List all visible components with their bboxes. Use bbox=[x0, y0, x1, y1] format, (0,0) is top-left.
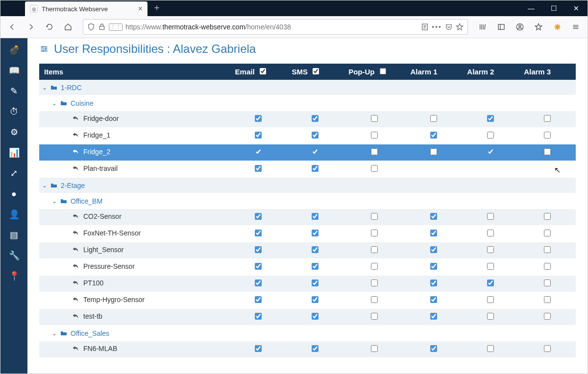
url-bar[interactable]: ⋮⋮ https://www.thermotrack-webserve.com/… bbox=[83, 19, 468, 35]
a2-checkbox[interactable] bbox=[487, 280, 494, 286]
a2-checkbox[interactable] bbox=[487, 263, 494, 270]
table-row[interactable]: Plan-travail bbox=[39, 161, 576, 178]
a2-checkbox[interactable] bbox=[487, 230, 494, 236]
a3-checkbox[interactable] bbox=[544, 280, 551, 286]
sms-checkbox[interactable] bbox=[312, 148, 318, 155]
new-tab-button[interactable]: ＋ bbox=[147, 0, 166, 16]
email-checkbox[interactable] bbox=[255, 148, 262, 155]
a2-checkbox[interactable] bbox=[487, 296, 494, 303]
tree-toggle[interactable]: ⌄Office_BM bbox=[52, 197, 102, 205]
bomb-icon[interactable]: 💣 bbox=[4, 42, 24, 58]
a3-checkbox[interactable] bbox=[544, 246, 551, 253]
back-button[interactable] bbox=[4, 19, 20, 35]
a3-checkbox[interactable] bbox=[544, 230, 551, 236]
email-checkbox[interactable] bbox=[255, 313, 262, 320]
tree-folder-row[interactable]: ⌄1-RDC bbox=[39, 80, 576, 95]
a1-checkbox[interactable] bbox=[430, 263, 437, 270]
sms-checkbox[interactable] bbox=[312, 115, 318, 122]
header-sms[interactable]: SMS bbox=[287, 64, 343, 80]
extension-icon[interactable]: ❋ bbox=[549, 19, 565, 35]
reader-mode-icon[interactable] bbox=[421, 23, 429, 31]
table-row[interactable]: Fridge-door bbox=[39, 111, 576, 128]
a1-checkbox[interactable] bbox=[430, 313, 437, 320]
sms-checkbox[interactable] bbox=[312, 263, 318, 270]
edit-icon[interactable]: ✎ bbox=[4, 83, 24, 99]
library-button[interactable] bbox=[475, 19, 490, 35]
lock-icon[interactable] bbox=[98, 23, 106, 31]
header-email[interactable]: Email bbox=[230, 64, 287, 80]
sms-checkbox[interactable] bbox=[312, 296, 318, 303]
a1-checkbox[interactable] bbox=[430, 345, 437, 352]
a3-checkbox[interactable] bbox=[544, 296, 551, 303]
email-checkbox[interactable] bbox=[255, 280, 262, 286]
a2-checkbox[interactable] bbox=[487, 213, 494, 220]
a1-checkbox[interactable] bbox=[430, 246, 437, 253]
bookmark-star-icon[interactable] bbox=[456, 23, 464, 31]
a2-checkbox[interactable] bbox=[487, 115, 494, 122]
header-sms-checkbox[interactable] bbox=[313, 68, 319, 74]
a3-checkbox[interactable] bbox=[544, 345, 551, 352]
a2-checkbox[interactable] bbox=[487, 313, 494, 320]
newspaper-icon[interactable]: ▤ bbox=[4, 227, 24, 243]
a3-checkbox[interactable] bbox=[544, 132, 551, 139]
sms-checkbox[interactable] bbox=[312, 165, 318, 172]
sidebar-button[interactable] bbox=[493, 19, 509, 35]
table-row[interactable]: Fridge_2 bbox=[39, 144, 576, 161]
forward-button[interactable] bbox=[23, 19, 39, 35]
header-email-checkbox[interactable] bbox=[260, 68, 266, 74]
header-popup-checkbox[interactable] bbox=[380, 68, 386, 74]
email-checkbox[interactable] bbox=[255, 132, 262, 139]
table-row[interactable]: PT100 bbox=[39, 276, 576, 292]
home-button[interactable] bbox=[60, 19, 76, 35]
gears-icon[interactable]: ⚙ bbox=[4, 124, 24, 140]
table-row[interactable]: Fridge_1 bbox=[39, 128, 576, 144]
tree-folder-row[interactable]: ⌄Office_BM bbox=[39, 193, 576, 209]
a1-checkbox[interactable] bbox=[430, 230, 437, 236]
a1-checkbox[interactable] bbox=[430, 280, 437, 286]
sms-checkbox[interactable] bbox=[312, 280, 318, 286]
table-row[interactable]: Pressure-Sensor bbox=[39, 259, 576, 276]
a3-checkbox[interactable] bbox=[544, 115, 551, 122]
tree-folder-row[interactable]: ⌄Office_Sales bbox=[39, 326, 576, 341]
table-row[interactable]: Light_Sensor bbox=[39, 242, 576, 259]
app-menu-button[interactable] bbox=[568, 19, 584, 35]
a2-checkbox[interactable] bbox=[487, 246, 494, 253]
tree-toggle[interactable]: ⌄Office_Sales bbox=[52, 329, 109, 337]
a1-checkbox[interactable] bbox=[430, 115, 437, 122]
popup-checkbox[interactable] bbox=[371, 345, 378, 352]
tree-toggle[interactable]: ⌄1-RDC bbox=[42, 84, 82, 92]
email-checkbox[interactable] bbox=[255, 115, 262, 122]
pocket-icon[interactable] bbox=[445, 23, 453, 31]
table-row[interactable]: FoxNet-TH-Sensor bbox=[39, 226, 576, 242]
popup-checkbox[interactable] bbox=[371, 213, 378, 220]
a1-checkbox[interactable] bbox=[430, 296, 437, 303]
popup-checkbox[interactable] bbox=[371, 230, 378, 236]
email-checkbox[interactable] bbox=[255, 263, 262, 270]
a2-checkbox[interactable] bbox=[487, 345, 494, 352]
gauge-icon[interactable]: ⏱ bbox=[4, 104, 24, 119]
book-icon[interactable]: 📖 bbox=[4, 63, 24, 78]
a3-checkbox[interactable] bbox=[544, 148, 551, 155]
email-checkbox[interactable] bbox=[255, 296, 262, 303]
pin-icon[interactable]: 📍 bbox=[4, 268, 24, 284]
tab-close-icon[interactable]: × bbox=[138, 4, 143, 13]
popup-checkbox[interactable] bbox=[371, 148, 378, 155]
page-actions-icon[interactable]: ••• bbox=[432, 23, 442, 31]
a1-checkbox[interactable] bbox=[430, 213, 437, 220]
tree-toggle[interactable]: ⌄2-Etage bbox=[42, 182, 85, 189]
reload-button[interactable] bbox=[42, 19, 57, 35]
table-row[interactable]: test-tb bbox=[39, 309, 576, 326]
a3-checkbox[interactable] bbox=[544, 213, 551, 220]
header-popup[interactable]: Pop-Up bbox=[343, 64, 405, 80]
popup-checkbox[interactable] bbox=[371, 132, 378, 139]
sms-checkbox[interactable] bbox=[312, 313, 318, 320]
expand-icon[interactable]: ⤢ bbox=[4, 165, 24, 181]
tree-folder-row[interactable]: ⌄2-Etage bbox=[39, 178, 576, 193]
sms-checkbox[interactable] bbox=[312, 132, 318, 139]
a2-checkbox[interactable] bbox=[487, 148, 494, 155]
email-checkbox[interactable] bbox=[255, 246, 262, 253]
table-row[interactable]: CO2-Sensor bbox=[39, 209, 576, 226]
popup-checkbox[interactable] bbox=[371, 296, 378, 303]
window-minimize-button[interactable]: — bbox=[520, 0, 542, 16]
email-checkbox[interactable] bbox=[255, 345, 262, 352]
